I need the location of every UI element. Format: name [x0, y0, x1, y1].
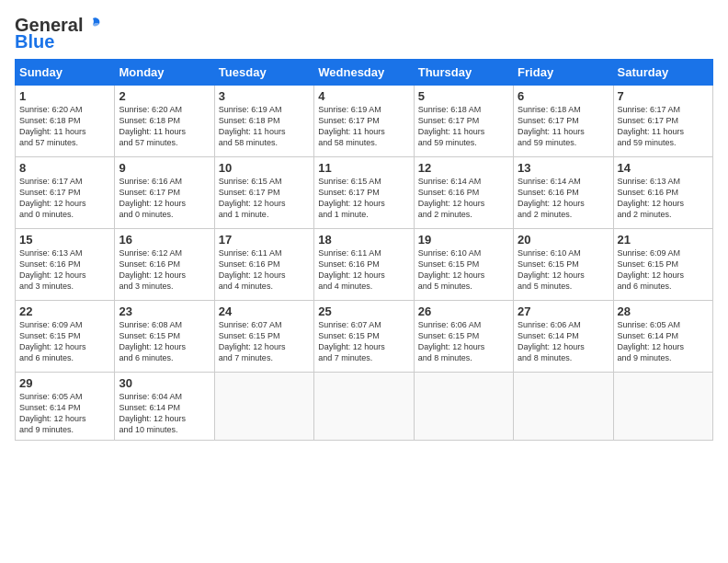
calendar-cell: 14Sunrise: 6:13 AM Sunset: 6:16 PM Dayli… — [613, 157, 712, 229]
day-info: Sunrise: 6:11 AM Sunset: 6:16 PM Dayligh… — [318, 247, 409, 293]
day-number: 30 — [119, 376, 210, 390]
day-info: Sunrise: 6:06 AM Sunset: 6:14 PM Dayligh… — [518, 319, 609, 364]
calendar-cell: 23Sunrise: 6:08 AM Sunset: 6:15 PM Dayli… — [115, 301, 214, 373]
day-info: Sunrise: 6:07 AM Sunset: 6:15 PM Dayligh… — [219, 319, 310, 364]
week-row-2: 15Sunrise: 6:13 AM Sunset: 6:16 PM Dayli… — [16, 229, 713, 301]
day-number: 28 — [618, 304, 709, 318]
calendar-cell: 12Sunrise: 6:14 AM Sunset: 6:16 PM Dayli… — [414, 157, 513, 229]
day-info: Sunrise: 6:06 AM Sunset: 6:15 PM Dayligh… — [418, 319, 509, 364]
day-info: Sunrise: 6:07 AM Sunset: 6:15 PM Dayligh… — [318, 319, 409, 364]
day-info: Sunrise: 6:12 AM Sunset: 6:16 PM Dayligh… — [119, 247, 210, 293]
calendar-cell: 25Sunrise: 6:07 AM Sunset: 6:15 PM Dayli… — [314, 301, 414, 373]
calendar-cell: 22Sunrise: 6:09 AM Sunset: 6:15 PM Dayli… — [16, 301, 115, 373]
calendar-cell: 29Sunrise: 6:05 AM Sunset: 6:14 PM Dayli… — [16, 373, 115, 441]
day-info: Sunrise: 6:20 AM Sunset: 6:18 PM Dayligh… — [119, 104, 210, 149]
calendar-cell: 15Sunrise: 6:13 AM Sunset: 6:16 PM Dayli… — [16, 229, 115, 301]
calendar-cell: 20Sunrise: 6:10 AM Sunset: 6:15 PM Dayli… — [514, 229, 613, 301]
day-number: 2 — [119, 89, 210, 103]
day-number: 4 — [318, 89, 409, 103]
day-number: 13 — [518, 161, 609, 175]
calendar-cell: 10Sunrise: 6:15 AM Sunset: 6:17 PM Dayli… — [214, 157, 313, 229]
page-container: General Blue SundayMondayTuesdayWednesda… — [0, 0, 728, 448]
calendar-cell: 7Sunrise: 6:17 AM Sunset: 6:17 PM Daylig… — [613, 86, 712, 157]
calendar-cell — [414, 373, 513, 441]
day-number: 24 — [219, 304, 310, 318]
day-number: 9 — [119, 161, 210, 175]
day-number: 3 — [219, 89, 310, 103]
day-info: Sunrise: 6:05 AM Sunset: 6:14 PM Dayligh… — [19, 391, 110, 436]
calendar-cell: 5Sunrise: 6:18 AM Sunset: 6:17 PM Daylig… — [414, 86, 513, 157]
day-info: Sunrise: 6:08 AM Sunset: 6:15 PM Dayligh… — [119, 319, 210, 364]
week-row-4: 29Sunrise: 6:05 AM Sunset: 6:14 PM Dayli… — [16, 373, 713, 441]
day-info: Sunrise: 6:04 AM Sunset: 6:14 PM Dayligh… — [119, 391, 210, 436]
col-header-wednesday: Wednesday — [314, 60, 414, 86]
calendar-cell: 1Sunrise: 6:20 AM Sunset: 6:18 PM Daylig… — [16, 86, 115, 157]
week-row-1: 8Sunrise: 6:17 AM Sunset: 6:17 PM Daylig… — [16, 157, 713, 229]
col-header-friday: Friday — [514, 60, 613, 86]
header-row: SundayMondayTuesdayWednesdayThursdayFrid… — [16, 60, 713, 86]
day-number: 1 — [19, 89, 110, 103]
day-number: 29 — [19, 376, 110, 390]
calendar-cell — [613, 373, 712, 441]
calendar-cell: 6Sunrise: 6:18 AM Sunset: 6:17 PM Daylig… — [514, 86, 613, 157]
calendar-cell — [314, 373, 414, 441]
day-number: 25 — [318, 304, 409, 318]
day-info: Sunrise: 6:11 AM Sunset: 6:16 PM Dayligh… — [219, 247, 310, 293]
calendar-cell — [214, 373, 313, 441]
day-info: Sunrise: 6:16 AM Sunset: 6:17 PM Dayligh… — [119, 176, 210, 221]
day-info: Sunrise: 6:19 AM Sunset: 6:18 PM Dayligh… — [219, 104, 310, 149]
day-number: 17 — [219, 233, 310, 247]
calendar-cell: 27Sunrise: 6:06 AM Sunset: 6:14 PM Dayli… — [514, 301, 613, 373]
day-info: Sunrise: 6:09 AM Sunset: 6:15 PM Dayligh… — [19, 319, 110, 364]
day-info: Sunrise: 6:17 AM Sunset: 6:17 PM Dayligh… — [618, 104, 709, 149]
day-info: Sunrise: 6:15 AM Sunset: 6:17 PM Dayligh… — [219, 176, 310, 221]
day-number: 11 — [318, 161, 409, 175]
day-number: 22 — [19, 304, 110, 318]
day-number: 23 — [119, 304, 210, 318]
day-number: 10 — [219, 161, 310, 175]
logo: General Blue — [15, 15, 103, 52]
day-info: Sunrise: 6:14 AM Sunset: 6:16 PM Dayligh… — [518, 176, 609, 221]
calendar-cell: 21Sunrise: 6:09 AM Sunset: 6:15 PM Dayli… — [613, 229, 712, 301]
week-row-0: 1Sunrise: 6:20 AM Sunset: 6:18 PM Daylig… — [16, 86, 713, 157]
day-number: 7 — [618, 89, 709, 103]
calendar-cell: 26Sunrise: 6:06 AM Sunset: 6:15 PM Dayli… — [414, 301, 513, 373]
day-info: Sunrise: 6:10 AM Sunset: 6:15 PM Dayligh… — [418, 247, 509, 293]
day-number: 8 — [19, 161, 110, 175]
day-info: Sunrise: 6:05 AM Sunset: 6:14 PM Dayligh… — [618, 319, 709, 364]
day-info: Sunrise: 6:15 AM Sunset: 6:17 PM Dayligh… — [318, 176, 409, 221]
day-number: 16 — [119, 233, 210, 247]
col-header-sunday: Sunday — [16, 60, 115, 86]
calendar-cell: 17Sunrise: 6:11 AM Sunset: 6:16 PM Dayli… — [214, 229, 313, 301]
calendar-cell: 28Sunrise: 6:05 AM Sunset: 6:14 PM Dayli… — [613, 301, 712, 373]
day-info: Sunrise: 6:14 AM Sunset: 6:16 PM Dayligh… — [418, 176, 509, 221]
day-number: 21 — [618, 233, 709, 247]
calendar-cell — [514, 373, 613, 441]
day-number: 15 — [19, 233, 110, 247]
day-info: Sunrise: 6:10 AM Sunset: 6:15 PM Dayligh… — [518, 247, 609, 293]
day-number: 27 — [518, 304, 609, 318]
calendar-cell: 24Sunrise: 6:07 AM Sunset: 6:15 PM Dayli… — [214, 301, 313, 373]
week-row-3: 22Sunrise: 6:09 AM Sunset: 6:15 PM Dayli… — [16, 301, 713, 373]
calendar-table: SundayMondayTuesdayWednesdayThursdayFrid… — [15, 59, 713, 441]
day-number: 20 — [518, 233, 609, 247]
day-info: Sunrise: 6:17 AM Sunset: 6:17 PM Dayligh… — [19, 176, 110, 221]
col-header-thursday: Thursday — [414, 60, 513, 86]
calendar-cell: 19Sunrise: 6:10 AM Sunset: 6:15 PM Dayli… — [414, 229, 513, 301]
header: General Blue — [15, 15, 713, 52]
col-header-tuesday: Tuesday — [214, 60, 313, 86]
day-number: 26 — [418, 304, 509, 318]
day-info: Sunrise: 6:18 AM Sunset: 6:17 PM Dayligh… — [418, 104, 509, 149]
day-number: 14 — [618, 161, 709, 175]
day-info: Sunrise: 6:09 AM Sunset: 6:15 PM Dayligh… — [618, 247, 709, 293]
calendar-cell: 11Sunrise: 6:15 AM Sunset: 6:17 PM Dayli… — [314, 157, 414, 229]
day-number: 12 — [418, 161, 509, 175]
day-number: 5 — [418, 89, 509, 103]
day-number: 18 — [318, 233, 409, 247]
day-info: Sunrise: 6:20 AM Sunset: 6:18 PM Dayligh… — [19, 104, 110, 149]
logo-blue: Blue — [15, 31, 103, 52]
calendar-cell: 2Sunrise: 6:20 AM Sunset: 6:18 PM Daylig… — [115, 86, 214, 157]
calendar-cell: 4Sunrise: 6:19 AM Sunset: 6:17 PM Daylig… — [314, 86, 414, 157]
day-info: Sunrise: 6:19 AM Sunset: 6:17 PM Dayligh… — [318, 104, 409, 149]
day-number: 6 — [518, 89, 609, 103]
